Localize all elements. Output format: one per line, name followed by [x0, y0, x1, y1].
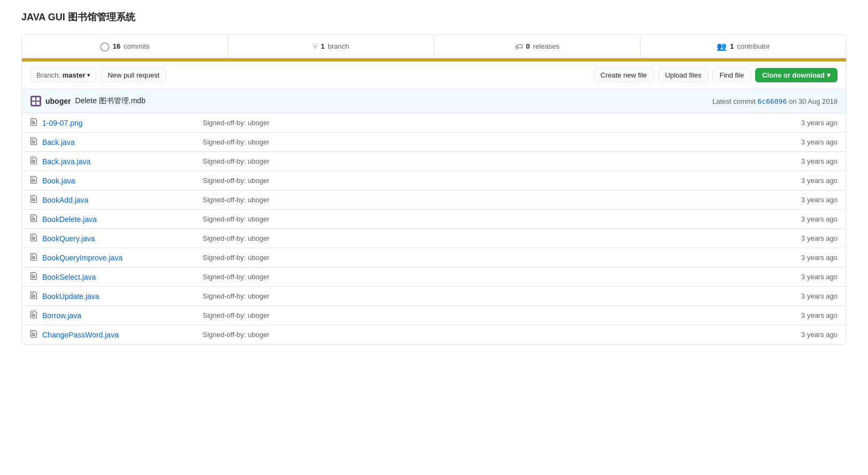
commits-count: 16 [113, 42, 120, 50]
file-commit-message: Signed-off-by: uboger [203, 138, 773, 146]
table-row: BookUpdate.javaSigned-off-by: uboger3 ye… [22, 287, 846, 306]
file-time: 3 years ago [773, 254, 838, 262]
avatar [30, 96, 41, 106]
branches-label: branch [328, 42, 349, 50]
table-row: Book.javaSigned-off-by: uboger3 years ag… [22, 171, 846, 190]
commit-header-left: uboger Delete 图书管理.mdb [30, 96, 145, 106]
file-icon [30, 118, 38, 128]
commit-header: uboger Delete 图书管理.mdb Latest commit 6c6… [22, 89, 846, 113]
commit-meta: Latest commit 6c66096 on 30 Aug 2018 [712, 97, 838, 105]
file-list: 1-09-07.pngSigned-off-by: uboger3 years … [22, 113, 846, 344]
table-row: BookSelect.javaSigned-off-by: uboger3 ye… [22, 267, 846, 287]
contributors-stat[interactable]: 👥 1 contributor [641, 35, 847, 58]
file-time: 3 years ago [773, 138, 838, 146]
file-name[interactable]: Borrow.java [42, 311, 203, 320]
branches-count: 1 [321, 42, 325, 50]
file-time: 3 years ago [773, 157, 838, 165]
new-pull-request-button[interactable]: New pull request [101, 68, 166, 82]
file-name[interactable]: BookSelect.java [42, 273, 203, 281]
file-icon [30, 175, 38, 186]
table-row: BookQuery.javaSigned-off-by: uboger3 yea… [22, 229, 846, 248]
file-commit-message: Signed-off-by: uboger [203, 234, 773, 242]
stats-bar: ◯ 16 commits ⑂ 1 branch 🏷 0 releases 👥 1… [22, 35, 846, 58]
file-time: 3 years ago [773, 119, 838, 127]
clone-button-label: Clone or download [762, 71, 825, 79]
file-commit-message: Signed-off-by: uboger [203, 273, 773, 281]
commit-hash[interactable]: 6c66096 [757, 97, 787, 105]
file-icon [30, 310, 38, 320]
commit-prefix: Latest commit [712, 97, 756, 105]
commit-date: on 30 Aug 2018 [789, 97, 838, 105]
table-row: Back.javaSigned-off-by: uboger3 years ag… [22, 133, 846, 152]
file-icon [30, 195, 38, 205]
file-name[interactable]: 1-09-07.png [42, 119, 203, 127]
file-icon [30, 330, 38, 340]
file-name[interactable]: Back.java [42, 138, 203, 147]
table-row: Back.java.javaSigned-off-by: uboger3 yea… [22, 152, 846, 171]
commits-stat[interactable]: ◯ 16 commits [22, 35, 228, 58]
commits-label: commits [124, 42, 149, 50]
file-icon [30, 156, 38, 166]
file-time: 3 years ago [773, 331, 838, 339]
file-icon [30, 291, 38, 301]
file-commit-message: Signed-off-by: uboger [203, 292, 773, 300]
find-file-button[interactable]: Find file [712, 68, 751, 82]
file-icon [30, 233, 38, 243]
branch-label: Branch: [36, 71, 60, 79]
file-commit-message: Signed-off-by: uboger [203, 157, 773, 165]
branch-selector[interactable]: Branch: master ▾ [30, 68, 96, 82]
releases-label: releases [533, 42, 559, 50]
file-icon [30, 214, 38, 224]
tag-icon: 🏷 [515, 42, 523, 51]
file-time: 3 years ago [773, 177, 838, 185]
file-name[interactable]: BookAdd.java [42, 196, 203, 204]
file-commit-message: Signed-off-by: uboger [203, 177, 773, 185]
commits-icon: ◯ [100, 41, 110, 51]
create-new-file-button[interactable]: Create new file [594, 68, 654, 82]
file-name[interactable]: Back.java.java [42, 157, 203, 166]
file-name[interactable]: Book.java [42, 177, 203, 185]
toolbar-left: Branch: master ▾ New pull request [30, 68, 166, 82]
file-name[interactable]: BookDelete.java [42, 215, 203, 224]
contributors-count: 1 [730, 42, 734, 50]
file-name[interactable]: BookQuery.java [42, 234, 203, 243]
table-row: 1-09-07.pngSigned-off-by: uboger3 years … [22, 113, 846, 133]
table-row: ChangePassWord.javaSigned-off-by: uboger… [22, 325, 846, 344]
file-time: 3 years ago [773, 215, 838, 223]
toolbar: Branch: master ▾ New pull request Create… [22, 62, 846, 89]
contributors-label: contributor [737, 42, 770, 50]
releases-count: 0 [526, 42, 530, 50]
table-row: BookQueryImprove.javaSigned-off-by: ubog… [22, 248, 846, 267]
file-time: 3 years ago [773, 234, 838, 242]
commit-message: Delete 图书管理.mdb [75, 96, 145, 106]
contributors-icon: 👥 [717, 42, 727, 51]
branch-name: master [63, 71, 86, 79]
chevron-down-icon: ▾ [87, 72, 90, 79]
file-name[interactable]: BookQueryImprove.java [42, 254, 203, 262]
repo-container: ◯ 16 commits ⑂ 1 branch 🏷 0 releases 👥 1… [21, 34, 847, 344]
branch-icon: ⑂ [313, 42, 318, 51]
file-commit-message: Signed-off-by: uboger [203, 119, 773, 127]
table-row: Borrow.javaSigned-off-by: uboger3 years … [22, 306, 846, 325]
upload-files-button[interactable]: Upload files [658, 68, 709, 82]
branches-stat[interactable]: ⑂ 1 branch [228, 35, 435, 57]
file-commit-message: Signed-off-by: uboger [203, 331, 773, 339]
file-commit-message: Signed-off-by: uboger [203, 311, 773, 319]
releases-stat[interactable]: 🏷 0 releases [434, 35, 641, 57]
file-time: 3 years ago [773, 292, 838, 300]
file-name[interactable]: ChangePassWord.java [42, 331, 203, 339]
file-icon [30, 137, 38, 147]
file-icon [30, 252, 38, 263]
file-time: 3 years ago [773, 311, 838, 319]
clone-or-download-button[interactable]: Clone or download ▾ [755, 68, 838, 82]
file-icon [30, 272, 38, 282]
file-time: 3 years ago [773, 196, 838, 204]
file-commit-message: Signed-off-by: uboger [203, 215, 773, 223]
commit-user[interactable]: uboger [45, 97, 71, 105]
file-name[interactable]: BookUpdate.java [42, 292, 203, 301]
file-time: 3 years ago [773, 273, 838, 281]
file-commit-message: Signed-off-by: uboger [203, 196, 773, 204]
page-title: JAVA GUI 图书馆管理系统 [21, 11, 847, 24]
table-row: BookAdd.javaSigned-off-by: uboger3 years… [22, 190, 846, 210]
table-row: BookDelete.javaSigned-off-by: uboger3 ye… [22, 210, 846, 229]
